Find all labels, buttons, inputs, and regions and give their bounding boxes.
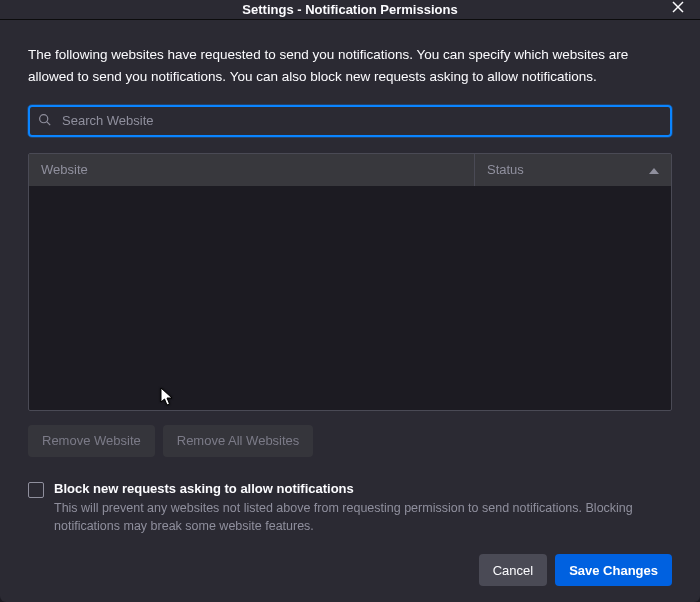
close-icon (671, 0, 685, 18)
remove-website-button[interactable]: Remove Website (28, 425, 155, 457)
block-requests-text: Block new requests asking to allow notif… (54, 481, 672, 537)
search-field-wrap (28, 105, 672, 137)
column-header-status[interactable]: Status (474, 154, 671, 186)
column-header-status-label: Status (487, 162, 524, 177)
dialog-title: Settings - Notification Permissions (242, 2, 457, 17)
settings-dialog: Settings - Notification Permissions The … (0, 0, 700, 602)
sort-ascending-icon (649, 162, 659, 177)
close-button[interactable] (664, 0, 692, 23)
dialog-footer: Cancel Save Changes (0, 552, 700, 602)
block-requests-description: This will prevent any websites not liste… (54, 499, 672, 537)
block-requests-label[interactable]: Block new requests asking to allow notif… (54, 481, 672, 496)
block-requests-checkbox[interactable] (28, 482, 44, 498)
website-table: Website Status (28, 153, 672, 411)
search-input[interactable] (28, 105, 672, 137)
column-header-website-label: Website (41, 162, 88, 177)
titlebar: Settings - Notification Permissions (0, 0, 700, 20)
table-header: Website Status (29, 154, 671, 186)
table-body (29, 186, 671, 410)
dialog-body: The following websites have requested to… (0, 20, 700, 552)
save-changes-button[interactable]: Save Changes (555, 554, 672, 586)
intro-text: The following websites have requested to… (28, 44, 672, 89)
remove-all-websites-button[interactable]: Remove All Websites (163, 425, 314, 457)
table-actions: Remove Website Remove All Websites (28, 425, 672, 457)
block-requests-option: Block new requests asking to allow notif… (28, 481, 672, 537)
cancel-button[interactable]: Cancel (479, 554, 547, 586)
column-header-website[interactable]: Website (29, 154, 474, 186)
